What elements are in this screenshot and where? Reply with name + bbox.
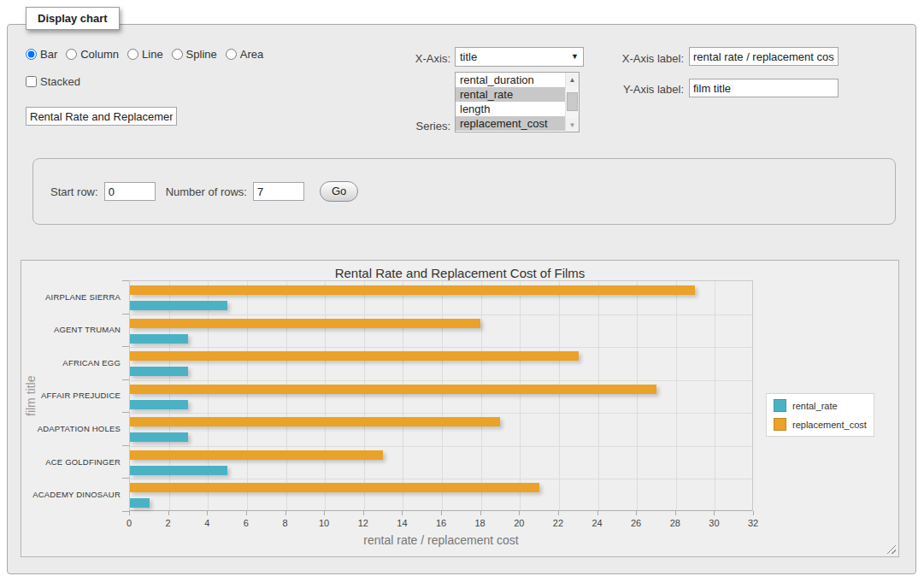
num-rows-input[interactable] bbox=[253, 182, 304, 201]
legend-entry-rental_rate: rental_rate bbox=[774, 399, 867, 412]
gridline-vertical bbox=[637, 281, 638, 510]
chart-panel: Rental Rate and Replacement Cost of Film… bbox=[21, 260, 899, 557]
scroll-down-icon[interactable]: ▼ bbox=[566, 118, 579, 132]
x-axis-tick bbox=[441, 511, 442, 515]
y-axis-tick bbox=[122, 511, 129, 512]
x-axis-select-value: title bbox=[460, 50, 477, 63]
series-scrollbar[interactable]: ▲ ▼ bbox=[565, 73, 579, 132]
x-tick-label: 24 bbox=[585, 518, 610, 528]
x-tick-label: 26 bbox=[623, 518, 649, 528]
gridline-horizontal bbox=[130, 479, 752, 479]
stacked-label: Stacked bbox=[40, 75, 80, 88]
gridline-horizontal bbox=[130, 413, 752, 414]
bar-replacement_cost bbox=[130, 319, 480, 328]
series-option-rental_rate[interactable]: rental_rate bbox=[456, 87, 565, 102]
gridline-vertical bbox=[715, 281, 715, 510]
x-axis-tick bbox=[285, 511, 286, 515]
gridline-vertical bbox=[481, 281, 482, 510]
plot-area bbox=[129, 280, 753, 511]
chart-type-radio-bar[interactable] bbox=[26, 49, 37, 60]
chart-title-input[interactable] bbox=[26, 107, 177, 126]
x-tick-label: 18 bbox=[468, 518, 493, 528]
bar-rental_rate bbox=[130, 334, 188, 344]
gridline-vertical bbox=[364, 281, 365, 510]
x-tick-label: 4 bbox=[194, 518, 220, 528]
x-axis-tick bbox=[714, 511, 715, 515]
bar-replacement_cost bbox=[130, 483, 539, 492]
y-axis-tick bbox=[122, 478, 129, 479]
x-axis-select[interactable]: title ▼ bbox=[455, 47, 584, 67]
x-tick-label: 0 bbox=[116, 518, 142, 528]
series-options: rental_durationrental_ratelengthreplacem… bbox=[456, 73, 565, 132]
x-tick-label: 28 bbox=[662, 518, 688, 528]
gridline-vertical bbox=[520, 281, 521, 510]
gridline-horizontal bbox=[130, 315, 752, 315]
chart-type-radio-column[interactable] bbox=[66, 49, 77, 60]
start-row-input[interactable] bbox=[104, 182, 156, 201]
chart-type-radio-label: Spline bbox=[186, 48, 217, 61]
row-range-panel: Start row: Number of rows: Go bbox=[32, 158, 896, 225]
series-option-replacement_cost[interactable]: replacement_cost bbox=[456, 116, 565, 131]
start-row-label: Start row: bbox=[50, 185, 98, 198]
bar-rental_rate bbox=[130, 301, 227, 310]
y-axis-label-label: Y-Axis label: bbox=[569, 83, 684, 96]
x-axis-tick bbox=[519, 511, 520, 515]
series-select-label: Series: bbox=[374, 120, 450, 132]
legend-label: rental_rate bbox=[792, 401, 838, 411]
y-axis-tick bbox=[122, 346, 129, 347]
num-rows-label: Number of rows: bbox=[166, 185, 247, 198]
stacked-checkbox[interactable] bbox=[26, 76, 37, 87]
x-axis-tick bbox=[558, 511, 559, 515]
bar-replacement_cost bbox=[130, 285, 695, 295]
x-axis-label-input[interactable] bbox=[689, 47, 839, 66]
bar-replacement_cost bbox=[130, 385, 656, 394]
x-axis-tick bbox=[324, 511, 325, 515]
chart-type-radio-area[interactable] bbox=[226, 49, 237, 60]
bar-rental_rate bbox=[130, 367, 188, 376]
x-axis-tick bbox=[129, 511, 130, 515]
legend-entry-replacement_cost: replacement_cost bbox=[774, 418, 867, 431]
chart-type-option-spline: Spline bbox=[172, 48, 217, 61]
bar-rental_rate bbox=[130, 466, 227, 475]
chart-legend: rental_ratereplacement_cost bbox=[766, 393, 874, 437]
fieldset-legend: Display chart bbox=[26, 7, 120, 30]
x-axis-tick bbox=[168, 511, 169, 515]
gridline-vertical bbox=[403, 281, 403, 510]
series-option-length[interactable]: length bbox=[456, 102, 565, 116]
bar-replacement_cost bbox=[130, 417, 500, 426]
y-axis-tick bbox=[122, 445, 129, 446]
chart-type-option-column: Column bbox=[66, 48, 119, 61]
gridline-vertical bbox=[247, 281, 248, 510]
chart-type-option-area: Area bbox=[226, 48, 263, 61]
chart-type-radio-group: BarColumnLineSplineArea bbox=[26, 48, 272, 61]
go-button[interactable]: Go bbox=[320, 181, 358, 202]
stacked-checkbox-row: Stacked bbox=[26, 75, 80, 88]
chart-type-radio-spline[interactable] bbox=[172, 49, 183, 60]
bar-rental_rate bbox=[130, 400, 188, 409]
chart-type-option-line: Line bbox=[127, 48, 163, 61]
x-tick-label: 32 bbox=[740, 518, 766, 528]
x-tick-label: 12 bbox=[350, 518, 376, 528]
chart-type-radio-label: Bar bbox=[40, 48, 57, 61]
y-axis-label-input[interactable] bbox=[689, 79, 839, 97]
x-axis-tick bbox=[636, 511, 637, 515]
resize-handle-icon[interactable] bbox=[886, 544, 896, 554]
bar-rental_rate bbox=[130, 498, 150, 508]
y-axis-title: film title bbox=[23, 280, 38, 511]
chart-type-radio-label: Area bbox=[240, 48, 263, 61]
chart-type-radio-line[interactable] bbox=[127, 49, 138, 60]
x-tick-label: 8 bbox=[273, 518, 298, 528]
x-tick-label: 14 bbox=[389, 518, 415, 528]
series-option-rental_duration[interactable]: rental_duration bbox=[456, 73, 565, 87]
x-axis-tick bbox=[207, 511, 208, 515]
legend-swatch-rental_rate bbox=[774, 399, 786, 412]
legend-label: replacement_cost bbox=[792, 420, 867, 430]
x-tick-label: 30 bbox=[701, 518, 727, 528]
gridline-vertical bbox=[559, 281, 560, 510]
gridline-horizontal bbox=[130, 380, 752, 381]
x-axis-tick bbox=[597, 511, 598, 515]
legend-swatch-replacement_cost bbox=[774, 418, 786, 431]
y-axis-tick bbox=[122, 412, 129, 413]
series-multiselect[interactable]: rental_durationrental_ratelengthreplacem… bbox=[455, 72, 580, 132]
x-tick-label: 16 bbox=[428, 518, 454, 528]
